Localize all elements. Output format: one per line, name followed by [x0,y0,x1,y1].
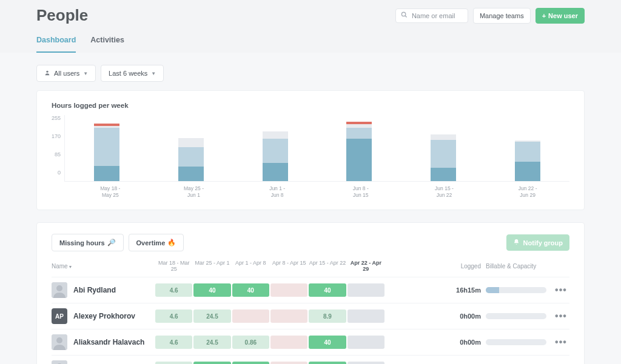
week-header: Apr 15 - Apr 22 [308,260,346,272]
y-tick: 170 [52,133,61,139]
bar-segment [431,168,456,181]
week-cell[interactable]: 40 [193,362,230,364]
bar-segment [431,140,456,168]
week-cell[interactable] [270,283,307,297]
person-name[interactable]: Alexey Prokhorov [73,312,135,320]
filter-range-button[interactable]: Last 6 weeks ▼ [101,65,164,82]
week-cell[interactable]: 40 [309,362,346,364]
week-cell[interactable] [270,336,307,349]
missing-hours-button[interactable]: Missing hours 🔎 [52,234,124,251]
week-cell[interactable]: 40 [193,283,230,297]
week-cell[interactable] [270,362,307,364]
new-user-label: New user [548,12,578,19]
col-header-logged: Logged [443,263,486,270]
week-cell[interactable]: 4.6 [155,362,192,364]
week-cell[interactable]: 0.86 [232,336,269,349]
col-header-capacity: Billable & Capacity [486,263,552,270]
person-name[interactable]: Aliaksandr Halavach [73,338,144,346]
row-menu-button[interactable]: ••• [552,311,569,322]
bar-x-label: Jun 1 -Jun 8 [256,185,298,199]
bar-x-label: Jun 8 -Jun 15 [340,185,382,199]
bar-segment [346,139,372,181]
magnifier-icon: 🔎 [107,239,116,247]
avatar[interactable] [52,282,67,298]
overtime-label: Overtime [136,239,166,247]
week-cell[interactable]: 40 [232,283,269,297]
manage-teams-button[interactable]: Manage teams [473,8,531,24]
tab-dashboard[interactable]: Dashboard [36,36,76,53]
bar-segment [263,131,288,139]
table-row: Aliaksandr Halavach4.624.50.86400h00m••• [52,329,569,355]
overtime-button[interactable]: Overtime 🔥 [129,234,184,251]
chart-title: Hours logged per week [52,102,569,109]
user-icon [44,70,50,77]
avatar[interactable] [52,334,67,350]
bar-segment [178,138,204,147]
missing-hours-label: Missing hours [59,239,105,247]
week-cell[interactable] [270,309,307,323]
bar-x-label: Jun 22 -Jun 29 [506,185,549,199]
week-cell[interactable]: 24.5 [193,336,230,349]
col-header-name[interactable]: Name ▾ [52,263,155,270]
week-header: Mar 25 - Apr 1 [193,260,231,272]
notify-label: Notify group [523,239,563,247]
week-header: Mar 18 - Mar 25 [155,260,193,272]
plus-icon: + [542,12,546,19]
search-placeholder: Name or email [412,12,455,19]
week-cell[interactable]: 4.6 [155,283,192,297]
bar-segment [346,128,372,139]
new-user-button[interactable]: + New user [535,8,585,24]
bell-icon [513,239,520,247]
search-input[interactable]: Name or email [395,8,468,23]
bar-segment [94,166,119,181]
logged-value: 0h00m [460,313,481,320]
week-cell[interactable] [232,309,269,323]
bar-segment [263,163,288,181]
bar-x-label: May 18 -May 25 [89,185,132,199]
svg-point-0 [401,12,405,16]
week-cell[interactable] [347,309,384,323]
week-cell[interactable]: 24.5 [193,309,230,323]
week-cell[interactable]: 40 [232,362,269,364]
avatar[interactable]: AP [52,308,67,324]
week-cell[interactable] [347,362,384,364]
bar-x-label: Jun 15 -Jun 22 [423,185,465,199]
table-body: Abi Rydland4.640404016h15m•••APAlexey Pr… [52,277,569,364]
filter-users-button[interactable]: All users ▼ [36,65,96,82]
search-icon [401,11,408,19]
list-toolbar: Missing hours 🔎 Overtime 🔥 Notify group [52,234,569,251]
svg-point-6 [56,337,62,343]
filter-range-label: Last 6 weeks [109,70,147,77]
week-cell[interactable] [347,283,384,297]
person-name[interactable]: Abi Rydland [73,286,116,294]
fire-icon: 🔥 [167,239,176,247]
logged-value: 0h00m [460,339,481,346]
avatar[interactable] [52,360,67,364]
col-header-weeks: Mar 18 - Mar 25Mar 25 - Apr 1Apr 1 - Apr… [155,260,385,272]
bar-segment [94,128,119,166]
tabs: Dashboard Activities [0,25,621,53]
week-header: Apr 1 - Apr 8 [232,260,270,272]
week-cell[interactable]: 8.9 [309,309,346,323]
week-cell[interactable]: 40 [309,283,346,297]
sort-caret-icon: ▾ [69,264,72,270]
row-menu-button[interactable]: ••• [552,285,569,296]
people-card: Missing hours 🔎 Overtime 🔥 Notify group [36,222,585,364]
week-cell[interactable]: 4.6 [155,336,192,349]
notify-group-button[interactable]: Notify group [506,234,569,251]
week-cell[interactable] [347,336,384,349]
chart-x-labels: May 18 -May 25May 25 -Jun 1Jun 1 -Jun 8J… [69,182,569,199]
row-menu-button[interactable]: ••• [552,337,569,348]
y-tick: 85 [52,151,61,157]
tab-activities[interactable]: Activities [90,36,124,53]
week-cell[interactable]: 4.6 [155,309,192,323]
table-row: Abi Rydland4.640404016h15m••• [52,277,569,303]
bar-segment [178,147,204,167]
page-header: People Name or email Manage teams + New … [0,0,621,25]
week-cell[interactable]: 40 [309,336,346,349]
filter-bar: All users ▼ Last 6 weeks ▼ [36,65,585,82]
week-header: Apr 22 - Apr 29 [347,260,385,272]
chevron-down-icon: ▼ [83,71,88,76]
chart-y-axis: 255170850 [52,115,64,176]
bar-segment [431,134,456,139]
